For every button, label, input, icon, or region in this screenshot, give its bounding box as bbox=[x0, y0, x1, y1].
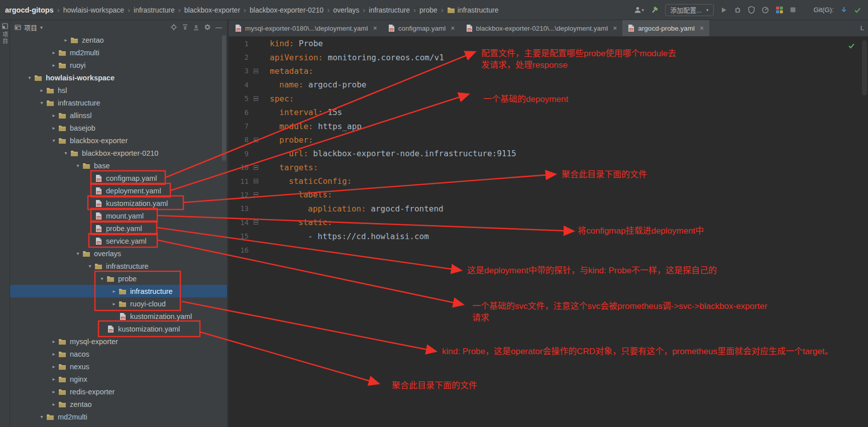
breadcrumb-item[interactable]: probe bbox=[419, 6, 438, 14]
fold-box-icon[interactable] bbox=[254, 192, 258, 197]
code-line[interactable]: 13application: argocd-frontend bbox=[229, 202, 868, 216]
tab-close-icon[interactable]: × bbox=[373, 24, 377, 32]
fold-box-icon[interactable] bbox=[254, 165, 258, 170]
git-branch-label[interactable]: Git(G): bbox=[814, 6, 834, 14]
tree-item[interactable]: YMLservice.yaml bbox=[10, 235, 227, 247]
code-line[interactable]: 11staticConfig: bbox=[229, 174, 868, 188]
editor-tab[interactable]: YMLblackbox-exporter-0210\...\deployment… bbox=[461, 20, 623, 36]
tree-item[interactable]: ▾overlays bbox=[10, 247, 227, 260]
fold-marker[interactable] bbox=[249, 138, 263, 142]
fold-marker[interactable] bbox=[249, 179, 263, 183]
git-commit-icon[interactable] bbox=[854, 7, 861, 13]
tree-item[interactable]: YMLkustomization.yaml bbox=[10, 310, 227, 323]
fold-box-icon[interactable] bbox=[254, 96, 258, 101]
code-line[interactable]: 3metadata: bbox=[229, 64, 868, 78]
breadcrumb-item[interactable]: blackbox-exporter-0210 bbox=[250, 6, 323, 14]
user-icon[interactable]: ▾ bbox=[634, 6, 644, 14]
fold-box-icon[interactable] bbox=[254, 179, 258, 183]
code-line[interactable]: 1kind: Probe bbox=[229, 37, 868, 50]
run-config-selector[interactable]: 添加配置... ▾ bbox=[665, 4, 713, 16]
tree-chevron-icon[interactable]: ▸ bbox=[50, 50, 58, 55]
editor-tab[interactable]: YMLargocd-probe.yaml× bbox=[622, 20, 709, 36]
fold-marker[interactable] bbox=[249, 220, 263, 225]
code-line[interactable]: 2apiVersion: monitoring.coreos.com/v1 bbox=[229, 50, 868, 64]
hide-panel-icon[interactable]: — bbox=[215, 24, 222, 31]
multi-color-plugin-icon[interactable] bbox=[776, 6, 783, 14]
tree-item[interactable]: ▸zentao bbox=[10, 34, 227, 46]
code-line[interactable]: 8prober: bbox=[229, 133, 868, 147]
tree-item[interactable]: YMLkustomization.yaml bbox=[10, 197, 227, 209]
tree-item[interactable]: ▸basejob bbox=[10, 122, 227, 134]
breadcrumb-item[interactable]: infrastructure bbox=[134, 6, 175, 14]
tree-item[interactable]: ▸mysql-exporter bbox=[10, 335, 227, 348]
tree-item[interactable]: ▾probe bbox=[10, 272, 227, 285]
git-update-icon[interactable] bbox=[840, 6, 847, 14]
tree-item[interactable]: ▾infrastructure bbox=[10, 260, 227, 272]
tree-chevron-icon[interactable]: ▸ bbox=[50, 364, 58, 369]
stop-icon[interactable] bbox=[790, 7, 796, 13]
tab-close-icon[interactable]: × bbox=[700, 24, 704, 32]
tree-item[interactable]: ▸nacos bbox=[10, 348, 227, 360]
tree-item[interactable]: ▸ruoyi bbox=[10, 59, 227, 71]
fold-box-icon[interactable] bbox=[254, 69, 258, 73]
tree-chevron-icon[interactable]: ▸ bbox=[50, 389, 58, 394]
chevron-down-icon[interactable]: ▾ bbox=[40, 25, 43, 30]
tree-chevron-icon[interactable]: ▾ bbox=[86, 263, 94, 269]
tree-item[interactable]: ▸ bbox=[10, 423, 227, 427]
tree-item[interactable]: YMLconfigmap.yaml bbox=[10, 172, 227, 184]
tree-chevron-icon[interactable]: ▾ bbox=[62, 150, 70, 156]
tree-item[interactable]: ▸nginx bbox=[10, 373, 227, 385]
fold-marker[interactable] bbox=[249, 96, 263, 101]
tree-item[interactable]: ▾infrastructure bbox=[10, 96, 227, 109]
breadcrumb-item[interactable]: howlaisi-workspace bbox=[63, 6, 124, 14]
debug-icon[interactable] bbox=[734, 6, 741, 14]
code-line[interactable]: 12labels: bbox=[229, 188, 868, 201]
breadcrumb-item[interactable]: infrastructure bbox=[447, 6, 499, 14]
code-line[interactable]: 16 bbox=[229, 243, 868, 257]
project-panel-title[interactable]: 项目 bbox=[24, 23, 37, 32]
editor-scrollbar[interactable] bbox=[862, 40, 867, 95]
tree-chevron-icon[interactable]: ▸ bbox=[50, 113, 58, 118]
project-tool-window-button[interactable]: 项目 bbox=[0, 20, 10, 45]
collapse-all-icon[interactable] bbox=[193, 24, 199, 31]
fold-marker[interactable] bbox=[249, 165, 263, 170]
code-line[interactable]: 10targets: bbox=[229, 161, 868, 174]
tree-chevron-icon[interactable]: ▾ bbox=[38, 414, 46, 419]
tree-item[interactable]: ▾howlaisi-workspace bbox=[10, 71, 227, 84]
tree-chevron-icon[interactable]: ▸ bbox=[50, 351, 58, 357]
tab-close-icon[interactable]: × bbox=[451, 24, 455, 32]
editor-tab[interactable]: YMLconfigmap.yaml× bbox=[383, 20, 461, 36]
tree-chevron-icon[interactable]: ▸ bbox=[110, 288, 118, 294]
run-icon[interactable] bbox=[720, 7, 727, 14]
tree-item[interactable]: ▸md2multi bbox=[10, 46, 227, 59]
expand-all-icon[interactable] bbox=[182, 24, 188, 31]
tree-item[interactable]: ▸nexus bbox=[10, 360, 227, 373]
breadcrumb-item[interactable]: blackbox-exporter bbox=[184, 6, 240, 14]
inspections-ok-icon[interactable] bbox=[848, 42, 855, 49]
breadcrumb-item[interactable]: infrastructure bbox=[369, 6, 410, 14]
tree-chevron-icon[interactable]: ▾ bbox=[74, 251, 82, 256]
code-line[interactable]: 6interval: 15s bbox=[229, 105, 868, 119]
fold-marker[interactable] bbox=[249, 69, 263, 73]
tree-item[interactable]: ▾blackbox-exporter-0210 bbox=[10, 147, 227, 159]
tab-close-icon[interactable]: × bbox=[613, 24, 617, 32]
tree-chevron-icon[interactable]: ▸ bbox=[50, 125, 58, 131]
tree-chevron-icon[interactable]: ▸ bbox=[50, 401, 58, 407]
tree-chevron-icon[interactable]: ▾ bbox=[74, 163, 82, 168]
tree-chevron-icon[interactable]: ▾ bbox=[26, 75, 34, 80]
code-line[interactable]: 7module: https_app bbox=[229, 119, 868, 133]
locate-file-icon[interactable] bbox=[170, 24, 177, 31]
fold-box-icon[interactable] bbox=[254, 138, 258, 142]
fold-box-icon[interactable] bbox=[254, 220, 258, 225]
tree-item[interactable]: ▸redis-exporter bbox=[10, 385, 227, 398]
tree-item[interactable]: ▸infrastructure bbox=[10, 285, 227, 297]
tree-chevron-icon[interactable]: ▸ bbox=[38, 87, 46, 93]
tree-item[interactable]: ▸zentao bbox=[10, 398, 227, 410]
tree-item[interactable]: ▸ruoyi-cloud bbox=[10, 297, 227, 310]
tree-chevron-icon[interactable]: ▸ bbox=[50, 62, 58, 68]
code-line[interactable]: 14static: bbox=[229, 216, 868, 229]
code-line[interactable]: 4name: argocd-probe bbox=[229, 78, 868, 91]
tree-item[interactable]: YMLdeployment.yaml bbox=[10, 184, 227, 197]
code-line[interactable]: 15- https://cd.howlaisi.com bbox=[229, 229, 868, 243]
tree-chevron-icon[interactable]: ▾ bbox=[50, 138, 58, 143]
